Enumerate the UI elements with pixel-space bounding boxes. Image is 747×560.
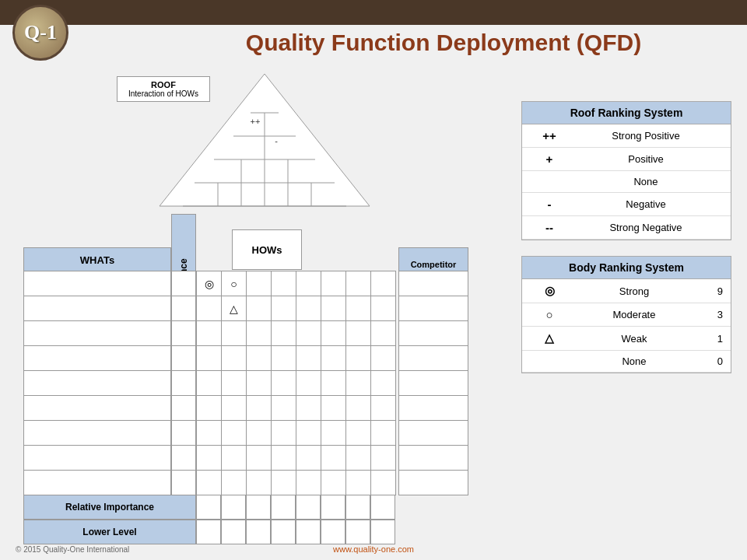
grid-cell bbox=[296, 396, 321, 421]
grid-cell bbox=[321, 296, 346, 321]
whats-row bbox=[24, 296, 171, 321]
grid-cell bbox=[321, 421, 346, 446]
grid-cell bbox=[346, 471, 371, 495]
positive-label: Positive bbox=[569, 153, 723, 165]
grid-cell bbox=[197, 421, 222, 446]
strong-positive-label: Strong Positive bbox=[569, 130, 723, 142]
importance-cell bbox=[172, 271, 196, 296]
competitor-column bbox=[398, 271, 468, 495]
importance-cell bbox=[172, 471, 196, 495]
grid-cell bbox=[272, 371, 296, 396]
grid-cell bbox=[197, 446, 222, 471]
grid-cell bbox=[321, 346, 346, 371]
rel-cell bbox=[271, 495, 296, 520]
competitor-cell bbox=[399, 421, 468, 446]
whats-row bbox=[24, 396, 171, 421]
grid-cell bbox=[296, 271, 321, 296]
grid-cell bbox=[346, 271, 371, 296]
grid-cell bbox=[321, 271, 346, 296]
roof-title: ROOF bbox=[121, 80, 206, 89]
lower-cell bbox=[370, 520, 395, 544]
grid-cell bbox=[371, 371, 396, 396]
whats-column bbox=[23, 271, 171, 495]
grid-cell bbox=[222, 346, 247, 371]
ranking-row-negative: - Negative bbox=[522, 193, 731, 216]
grid-cell bbox=[247, 471, 272, 495]
grid-cell bbox=[197, 471, 222, 495]
grid-cell bbox=[222, 471, 247, 495]
grid-cell bbox=[296, 421, 321, 446]
rel-cell bbox=[196, 495, 221, 520]
moderate-symbol: ○ bbox=[530, 308, 569, 321]
roof-ranking-header: Roof Ranking System bbox=[522, 102, 731, 124]
ranking-area: Roof Ranking System ++ Strong Positive +… bbox=[521, 101, 731, 373]
table-row bbox=[197, 471, 396, 495]
table-row bbox=[197, 396, 396, 421]
strong-label: Strong bbox=[569, 285, 700, 297]
svg-text:-: - bbox=[275, 136, 278, 145]
relative-importance-cells bbox=[196, 495, 395, 520]
table-row bbox=[197, 446, 396, 471]
grid-cell bbox=[222, 371, 247, 396]
grid-cell bbox=[272, 396, 296, 421]
grid-cell bbox=[272, 296, 296, 321]
grid-cell bbox=[272, 446, 296, 471]
lower-level-cells bbox=[196, 520, 395, 544]
grid-cell bbox=[197, 396, 222, 421]
ranking-row-positive: + Positive bbox=[522, 148, 731, 171]
grid-cell bbox=[296, 371, 321, 396]
grid-cell bbox=[321, 396, 346, 421]
grid-cell: ○ bbox=[222, 271, 247, 296]
grid-cell bbox=[371, 446, 396, 471]
ranking-row-strong-positive: ++ Strong Positive bbox=[522, 124, 731, 148]
body-grid: ◎ ○ △ bbox=[196, 271, 396, 495]
page-title: Quality Function Deployment (QFD) bbox=[156, 30, 731, 56]
importance-cell bbox=[172, 421, 196, 446]
rel-cell bbox=[321, 495, 345, 520]
importance-cell bbox=[172, 446, 196, 471]
lower-cell bbox=[345, 520, 370, 544]
strong-negative-symbol: -- bbox=[530, 221, 569, 234]
rel-cell bbox=[246, 495, 271, 520]
table-row bbox=[197, 321, 396, 346]
none-label: None bbox=[569, 176, 723, 187]
whats-row bbox=[24, 371, 171, 396]
body-ranking-table: Body Ranking System ◎ Strong 9 ○ Moderat… bbox=[521, 256, 731, 373]
positive-symbol: + bbox=[530, 152, 569, 166]
whats-row bbox=[24, 471, 171, 495]
grid-cell bbox=[272, 421, 296, 446]
relative-importance-label: Relative Importance bbox=[23, 495, 196, 520]
strong-negative-label: Strong Negative bbox=[569, 222, 723, 233]
importance-cell bbox=[172, 371, 196, 396]
competitor-cell bbox=[399, 396, 468, 421]
whats-label: WHATs bbox=[23, 247, 171, 272]
grid-cell bbox=[247, 421, 272, 446]
grid-cell bbox=[346, 446, 371, 471]
table-row bbox=[197, 346, 396, 371]
negative-label: Negative bbox=[569, 198, 723, 210]
grid-cell bbox=[346, 296, 371, 321]
whats-row bbox=[24, 346, 171, 371]
grid-cell bbox=[197, 321, 222, 346]
importance-cell bbox=[172, 296, 196, 321]
competitor-cell bbox=[399, 346, 468, 371]
lower-cell bbox=[296, 520, 321, 544]
logo: Q-1 bbox=[12, 5, 68, 61]
roof-label-box: ROOF Interaction of HOWs bbox=[117, 76, 210, 102]
roof-ranking-table: Roof Ranking System ++ Strong Positive +… bbox=[521, 101, 731, 240]
strong-positive-symbol: ++ bbox=[530, 129, 569, 142]
website: www.quality-one.com bbox=[0, 544, 747, 554]
grid-cell bbox=[247, 396, 272, 421]
body-none-value: 0 bbox=[700, 355, 723, 367]
lower-cell bbox=[196, 520, 221, 544]
grid-cell bbox=[247, 371, 272, 396]
ranking-row-strong-negative: -- Strong Negative bbox=[522, 216, 731, 240]
grid-cell bbox=[346, 321, 371, 346]
rel-cell bbox=[221, 495, 246, 520]
grid-cell bbox=[247, 346, 272, 371]
grid-cell bbox=[321, 321, 346, 346]
grid-cell bbox=[321, 446, 346, 471]
moderate-label: Moderate bbox=[569, 309, 700, 320]
grid-cell bbox=[371, 271, 396, 296]
grid-cell bbox=[371, 296, 396, 321]
